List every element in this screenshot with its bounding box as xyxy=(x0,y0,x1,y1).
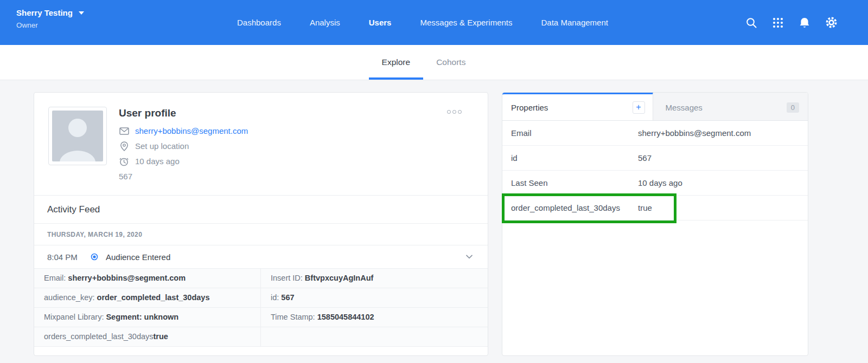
tab-explore[interactable]: Explore xyxy=(369,45,424,80)
activity-date-header: THURSDAY, MARCH 19, 2020 xyxy=(34,224,488,245)
search-icon[interactable] xyxy=(745,16,758,29)
notifications-bell-icon[interactable] xyxy=(798,16,811,29)
apps-grid-icon[interactable] xyxy=(771,16,784,29)
property-row: id 567 xyxy=(502,146,808,171)
page-title: User profile xyxy=(119,107,248,119)
dot-icon xyxy=(452,110,456,114)
location-pin-icon xyxy=(119,141,129,151)
nav-item-dashboards[interactable]: Dashboards xyxy=(237,18,281,27)
event-detail-cell: audience_key: order_completed_last_30day… xyxy=(34,288,261,308)
last-seen-text: 10 days ago xyxy=(135,156,180,167)
event-details-table: Email: sherry+bobbins@segment.com Insert… xyxy=(34,269,488,347)
chevron-down-icon[interactable] xyxy=(464,252,475,261)
event-detail-cell: Insert ID: BftvpxcuyAgInAuf xyxy=(261,269,488,288)
settings-gear-icon[interactable] xyxy=(825,16,838,29)
activity-event-row[interactable]: 8:04 PM Audience Entered xyxy=(34,245,488,269)
add-property-button[interactable]: + xyxy=(633,101,645,114)
dot-icon xyxy=(447,110,451,114)
more-options-button[interactable] xyxy=(445,108,464,116)
property-key: order_completed_last_30days xyxy=(511,203,638,212)
avatar-body-shape xyxy=(60,151,95,161)
event-detail-cell: Email: sherry+bobbins@segment.com xyxy=(34,269,261,288)
property-row: Email sherry+bobbins@segment.com xyxy=(502,121,808,146)
setup-location-link[interactable]: Set up location xyxy=(135,141,189,152)
nav-item-analysis[interactable]: Analysis xyxy=(310,18,340,27)
messages-count-badge: 0 xyxy=(787,102,799,113)
primary-nav: Dashboards Analysis Users Messages & Exp… xyxy=(237,0,608,45)
account-role: Owner xyxy=(16,21,84,29)
property-key: id xyxy=(511,153,638,163)
properties-card: Properties + Messages 0 Email sherry+bob… xyxy=(502,92,808,356)
nav-item-users[interactable]: Users xyxy=(369,18,392,27)
chevron-down-icon xyxy=(79,11,84,15)
tab-properties[interactable]: Properties + xyxy=(502,93,653,120)
tab-messages[interactable]: Messages 0 xyxy=(653,93,808,120)
nav-item-messages-experiments[interactable]: Messages & Experiments xyxy=(420,18,512,27)
sub-nav: Explore Cohorts xyxy=(0,45,868,80)
content: User profile sherry+bobbins@segment.com … xyxy=(0,80,868,363)
dot-icon xyxy=(458,110,462,114)
user-profile-card: User profile sherry+bobbins@segment.com … xyxy=(34,92,488,356)
envelope-icon xyxy=(119,127,129,135)
top-nav-icons xyxy=(745,0,838,45)
properties-tabs: Properties + Messages 0 xyxy=(502,93,808,121)
clock-icon xyxy=(119,157,129,166)
user-id: 567 xyxy=(119,172,248,181)
profile-section: User profile sherry+bobbins@segment.com … xyxy=(34,93,488,196)
activity-feed-title: Activity Feed xyxy=(34,196,488,224)
property-value: true xyxy=(638,203,652,212)
property-value: 567 xyxy=(638,153,652,163)
event-time: 8:04 PM xyxy=(47,252,91,262)
nav-item-data-management[interactable]: Data Management xyxy=(541,18,608,27)
user-email-link[interactable]: sherry+bobbins@segment.com xyxy=(135,126,248,137)
property-key: Last Seen xyxy=(511,178,638,187)
property-value: 10 days ago xyxy=(638,178,682,187)
account-name: Sherry Testing xyxy=(16,8,73,17)
event-name: Audience Entered xyxy=(106,252,170,262)
avatar-head-shape xyxy=(68,119,87,137)
property-key: Email xyxy=(511,128,638,138)
event-detail-cell: Time Stamp: 1585045844102 xyxy=(261,308,488,327)
account-switcher[interactable]: Sherry Testing Owner xyxy=(16,8,84,29)
event-detail-cell: id: 567 xyxy=(261,288,488,308)
tab-cohorts[interactable]: Cohorts xyxy=(423,45,478,80)
top-nav: Sherry Testing Owner Dashboards Analysis… xyxy=(0,0,868,45)
event-detail-cell xyxy=(261,327,488,347)
event-detail-cell: Mixpanel Library: Segment: unknown xyxy=(34,308,261,327)
property-row: Last Seen 10 days ago xyxy=(502,171,808,196)
event-detail-cell: orders_completed_last_30daystrue xyxy=(34,327,261,347)
property-value-email-link[interactable]: sherry+bobbins@segment.com xyxy=(638,128,751,138)
avatar xyxy=(48,107,107,165)
property-row-highlighted: order_completed_last_30days true xyxy=(502,196,808,221)
page: { "topnav": { "account_name": "Sherry Te… xyxy=(0,0,868,363)
event-dot-icon xyxy=(91,253,98,261)
